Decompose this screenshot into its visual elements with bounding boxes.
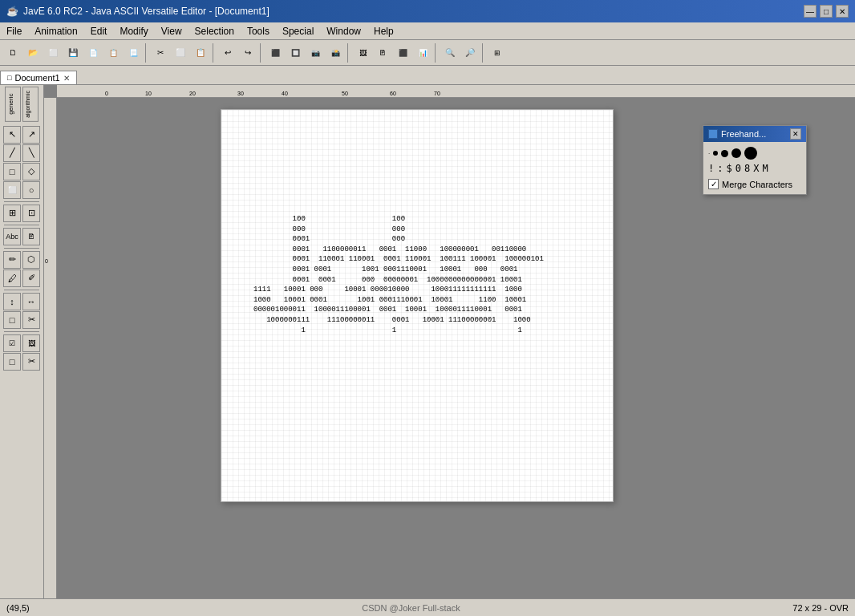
menu-help[interactable]: Help — [367, 22, 400, 39]
toolbar-b6[interactable]: 📷 — [306, 43, 325, 63]
title-text: JavE 6.0 RC2 - Java ASCII Versatile Edit… — [23, 6, 269, 17]
tab-close-button[interactable]: ✕ — [63, 74, 70, 83]
tool-select-arrow[interactable]: ↖ — [3, 126, 21, 144]
toolbar-b9[interactable]: 🖹 — [373, 43, 392, 63]
document-canvas[interactable]: 100 100 000 000 0001 000 0001 1100000011… — [221, 109, 614, 502]
merge-checkbox[interactable]: ✓ — [708, 179, 719, 189]
tool-select3[interactable]: □ — [3, 311, 21, 329]
brush-xlarge[interactable] — [744, 147, 757, 160]
toolbar-zoom-in[interactable]: 🔎 — [460, 43, 480, 63]
sep6 — [482, 43, 485, 63]
tab-algorithmic[interactable]: algorithmic — [22, 87, 38, 122]
char-m[interactable]: M — [762, 163, 768, 174]
tool-ellipse[interactable]: ○ — [22, 181, 40, 199]
ruler-left-mark: 0 — [45, 258, 48, 264]
toolbar-b10[interactable]: ⬛ — [393, 43, 412, 63]
toolbar-new[interactable]: 🗋 — [3, 43, 22, 63]
char-zero[interactable]: 0 — [735, 163, 741, 174]
brush-small[interactable] — [713, 151, 718, 156]
toolbar-copy[interactable]: ⬜ — [171, 43, 190, 63]
tool-pen[interactable]: ✏ — [3, 251, 21, 269]
tool-row-11: ☑ 🖼 — [3, 334, 40, 352]
title-bar: ☕ JavE 6.0 RC2 - Java ASCII Versatile Ed… — [0, 0, 855, 22]
toolbar-b5[interactable]: 🔲 — [286, 43, 305, 63]
tool-image[interactable]: 🖼 — [22, 334, 40, 352]
toolbar-redo[interactable]: ↪ — [238, 43, 257, 63]
char-exclaim[interactable]: ! — [708, 163, 714, 174]
char-eight[interactable]: 8 — [744, 163, 750, 174]
tool-text[interactable]: Abc — [3, 228, 21, 245]
title-bar-left: ☕ JavE 6.0 RC2 - Java ASCII Versatile Ed… — [6, 6, 269, 17]
tool-text2[interactable]: 🖹 — [22, 228, 40, 245]
tool-scissors[interactable]: ✂ — [22, 311, 40, 329]
toolbar-b8[interactable]: 🖼 — [353, 43, 372, 63]
toolbar-open[interactable]: 📂 — [23, 43, 43, 63]
tool-line1[interactable]: ╱ — [3, 144, 21, 162]
menu-view[interactable]: View — [155, 22, 188, 39]
tool-scissors2[interactable]: ✂ — [22, 353, 40, 371]
sep5 — [435, 43, 438, 63]
toolbar-save[interactable]: 💾 — [63, 43, 83, 63]
maximize-button[interactable]: □ — [820, 5, 833, 18]
tool-brush2[interactable]: ✐ — [22, 270, 40, 287]
menu-modify[interactable]: Modify — [113, 22, 154, 39]
merge-row: ✓ Merge Characters — [708, 179, 801, 189]
tab-bar: □ Document1 ✕ — [0, 66, 855, 85]
tool-row-6: Abc 🖹 — [3, 228, 40, 245]
tool-check[interactable]: ☑ — [3, 334, 21, 352]
brush-medium[interactable] — [721, 150, 728, 157]
tool-brush[interactable]: 🖊 — [3, 270, 21, 287]
toolbar-b12[interactable]: ⊞ — [488, 43, 507, 63]
char-dollar[interactable]: $ — [726, 163, 731, 174]
toolbar-b1[interactable]: ⬜ — [43, 43, 63, 63]
menu-window[interactable]: Window — [320, 22, 367, 39]
menu-tools[interactable]: Tools — [241, 22, 276, 39]
ruler-mark-60: 60 — [390, 91, 396, 96]
char-colon[interactable]: : — [717, 163, 723, 174]
toolbar-zoom-out[interactable]: 🔍 — [440, 43, 460, 63]
close-button[interactable]: ✕ — [836, 5, 849, 18]
menu-edit[interactable]: Edit — [84, 22, 114, 39]
document-dimensions: 72 x 29 - OVR — [792, 603, 849, 613]
watermark-text: CSDN @Joker Full-stack — [362, 603, 460, 613]
tool-move[interactable]: ↕ — [3, 293, 21, 310]
tool-sep-4 — [4, 290, 39, 290]
minimize-button[interactable]: — — [804, 5, 817, 18]
toolbar-b2[interactable]: 📋 — [103, 43, 123, 63]
document-tab[interactable]: □ Document1 ✕ — [0, 71, 77, 84]
menu-selection[interactable]: Selection — [188, 22, 241, 39]
toolbar-b11[interactable]: 📊 — [413, 43, 432, 63]
menu-file[interactable]: File — [0, 22, 28, 39]
tool-move2[interactable]: ↔ — [22, 293, 40, 310]
menu-animation[interactable]: Animation — [28, 22, 83, 39]
toolbar-cut[interactable]: ✂ — [151, 43, 170, 63]
tool-freehand[interactable]: ⬡ — [22, 251, 40, 269]
toolbar-b4[interactable]: ⬛ — [265, 43, 285, 63]
tool-rect2[interactable]: ⬜ — [3, 181, 21, 199]
tool-grid[interactable]: ⊞ — [3, 205, 21, 222]
toolbar-undo[interactable]: ↩ — [218, 43, 237, 63]
tab-generic[interactable]: generic — [5, 87, 21, 122]
tool-select-arrow2[interactable]: ↗ — [22, 126, 40, 144]
tool-rect[interactable]: □ — [3, 163, 21, 180]
tool-sep-1 — [4, 201, 39, 202]
toolbar-b3[interactable]: 📃 — [124, 43, 143, 63]
tool-line2[interactable]: ╲ — [22, 144, 40, 162]
document-content[interactable]: 100 100 000 000 0001 000 0001 1100000011… — [221, 110, 613, 351]
toolbar-b7[interactable]: 📸 — [326, 43, 345, 63]
char-x[interactable]: X — [753, 163, 759, 174]
freehand-close-button[interactable]: ✕ — [790, 128, 801, 140]
toolbar-paste[interactable]: 📋 — [191, 43, 210, 63]
canvas-area[interactable]: 0 10 20 30 40 50 60 70 0 100 100 000 000… — [44, 85, 855, 598]
tool-dotgrid[interactable]: ⊡ — [22, 205, 40, 222]
menu-special[interactable]: Special — [276, 22, 320, 39]
merge-label: Merge Characters — [722, 180, 792, 189]
freehand-body: · ! : $ 0 8 X M — [703, 142, 806, 194]
tool-diamond[interactable]: ◇ — [22, 163, 40, 180]
tool-sep-2 — [4, 225, 39, 225]
ruler-mark-20: 20 — [189, 91, 196, 96]
tool-rect3[interactable]: □ — [3, 353, 21, 371]
toolbar-saveas[interactable]: 📄 — [83, 43, 103, 63]
brush-large[interactable] — [731, 148, 741, 158]
freehand-title-bar[interactable]: Freehand... ✕ — [703, 126, 806, 142]
